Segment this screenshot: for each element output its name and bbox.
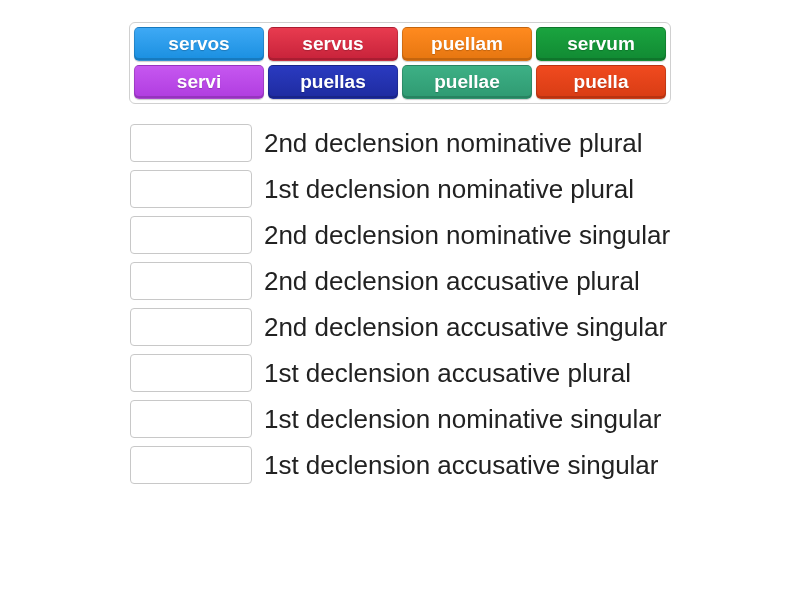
drop-slot[interactable] bbox=[130, 170, 252, 208]
tile-label: servus bbox=[302, 33, 363, 55]
answer-label: 2nd declension nominative singular bbox=[264, 220, 670, 251]
tile-servi[interactable]: servi bbox=[134, 65, 264, 99]
answer-label: 1st declension accusative singular bbox=[264, 450, 659, 481]
drop-slot[interactable] bbox=[130, 262, 252, 300]
answer-row: 1st declension nominative plural bbox=[130, 170, 670, 208]
tile-puellas[interactable]: puellas bbox=[268, 65, 398, 99]
word-bank-row-2: servi puellas puellae puella bbox=[134, 65, 666, 99]
answer-row: 2nd declension nominative plural bbox=[130, 124, 670, 162]
tile-puella[interactable]: puella bbox=[536, 65, 666, 99]
answer-row: 1st declension accusative singular bbox=[130, 446, 670, 484]
answer-row: 1st declension nominative singular bbox=[130, 400, 670, 438]
answer-row: 2nd declension nominative singular bbox=[130, 216, 670, 254]
drop-slot[interactable] bbox=[130, 400, 252, 438]
word-bank-row-1: servos servus puellam servum bbox=[134, 27, 666, 61]
drop-slot[interactable] bbox=[130, 124, 252, 162]
tile-label: puellas bbox=[300, 71, 365, 93]
drop-slot[interactable] bbox=[130, 216, 252, 254]
quiz-container: servos servus puellam servum servi puell… bbox=[0, 0, 800, 484]
drop-slot[interactable] bbox=[130, 308, 252, 346]
drop-slot[interactable] bbox=[130, 446, 252, 484]
answer-label: 2nd declension accusative plural bbox=[264, 266, 640, 297]
tile-servus[interactable]: servus bbox=[268, 27, 398, 61]
drop-slot[interactable] bbox=[130, 354, 252, 392]
tile-label: servum bbox=[567, 33, 635, 55]
word-bank: servos servus puellam servum servi puell… bbox=[129, 22, 671, 104]
tile-label: servos bbox=[168, 33, 229, 55]
tile-servos[interactable]: servos bbox=[134, 27, 264, 61]
answer-row: 2nd declension accusative plural bbox=[130, 262, 670, 300]
tile-servum[interactable]: servum bbox=[536, 27, 666, 61]
answer-row: 1st declension accusative plural bbox=[130, 354, 670, 392]
answer-label: 1st declension nominative singular bbox=[264, 404, 661, 435]
answer-row: 2nd declension accusative singular bbox=[130, 308, 670, 346]
tile-puellae[interactable]: puellae bbox=[402, 65, 532, 99]
answer-label: 2nd declension nominative plural bbox=[264, 128, 643, 159]
answer-list: 2nd declension nominative plural 1st dec… bbox=[130, 124, 670, 484]
tile-label: puellam bbox=[431, 33, 503, 55]
tile-puellam[interactable]: puellam bbox=[402, 27, 532, 61]
tile-label: puellae bbox=[434, 71, 499, 93]
tile-label: puella bbox=[574, 71, 629, 93]
answer-label: 2nd declension accusative singular bbox=[264, 312, 667, 343]
answer-label: 1st declension accusative plural bbox=[264, 358, 631, 389]
answer-label: 1st declension nominative plural bbox=[264, 174, 634, 205]
tile-label: servi bbox=[177, 71, 221, 93]
